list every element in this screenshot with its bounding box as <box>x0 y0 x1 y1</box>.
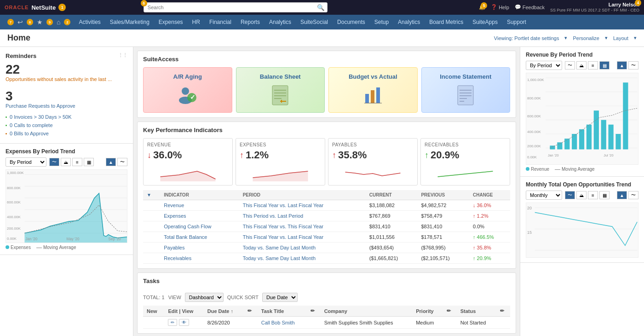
suite-card-ar-aging[interactable]: A/R Aging ✓ <box>143 67 232 113</box>
revenue-table-btn[interactable]: ≡ <box>588 61 598 70</box>
notifications-area: 5 🔔 <box>479 4 485 10</box>
line-chart-btn[interactable]: 〜 <box>49 158 59 166</box>
opportunities-period-select[interactable]: Monthly <box>526 191 562 200</box>
suite-card-balance-sheet[interactable]: Balance Sheet <box>236 67 325 113</box>
search-input[interactable] <box>144 2 328 12</box>
layout-button[interactable]: Layout <box>613 35 628 41</box>
opp-line-btn[interactable]: 〜 <box>565 191 575 199</box>
nav-hr[interactable]: HR <box>188 15 205 29</box>
reminder-link-invoices[interactable]: 0 Invoices > 30 Days > 50K <box>6 113 127 121</box>
operating-cash-link[interactable]: Operating Cash Flow <box>164 224 211 229</box>
expenses-period-link[interactable]: This Period vs. Last Period <box>243 213 303 219</box>
opp-bar-btn[interactable]: ▦ <box>599 191 610 199</box>
revenue-mountain-btn[interactable]: ⛰ <box>576 61 586 70</box>
payables-indicator-link[interactable]: Payables <box>164 245 184 250</box>
kpi-cards: REVENUE ↓ 36.0% EXPENSES <box>143 138 510 185</box>
nav-setup[interactable]: Setup <box>370 15 393 29</box>
nav-activities[interactable]: Activities <box>74 15 105 29</box>
personalize-button[interactable]: Personalize <box>573 35 599 41</box>
revenue-period-select[interactable]: By Period <box>526 61 562 70</box>
suite-card-income-statement[interactable]: Income Statement <box>421 67 511 113</box>
nav-documents[interactable]: Documents <box>333 15 370 29</box>
help-button[interactable]: ❓ Help <box>491 4 509 10</box>
bank-balance-period-link[interactable]: This Fiscal Year vs. Last Fiscal Year <box>243 234 323 240</box>
main-layout: Reminders ⋮⋮ 22 Opportunities without sa… <box>0 47 644 336</box>
kpi-th-current: CURRENT <box>366 190 418 200</box>
line-chart-btn-2[interactable]: 〜 <box>117 158 127 166</box>
nav-suitesocial[interactable]: SuiteSocial <box>296 15 333 29</box>
revenue-chart-area: 1,000.00K 800.00K 600.00K 400.00K 200.00… <box>526 73 638 165</box>
reminder-link-calls[interactable]: 0 Calls to complete <box>6 121 127 129</box>
kpi-th-period: PERIOD <box>239 190 366 200</box>
opportunities-chart-controls: Monthly 〜 ⛰ ≡ ▦ ▲ 〜 <box>526 191 638 200</box>
nav-reports[interactable]: Reports <box>236 15 264 29</box>
operating-cash-period-link[interactable]: This Fiscal Year vs. This Fiscal Year <box>243 224 323 229</box>
revenue-line2-btn[interactable]: 〜 <box>628 61 638 70</box>
drag-handle[interactable]: ⋮⋮ <box>118 52 127 59</box>
ar-aging-title: A/R Aging <box>173 73 202 80</box>
revenue-line-btn[interactable]: 〜 <box>565 61 575 70</box>
feedback-button[interactable]: 💬 Feedback <box>515 4 545 10</box>
nav-analytics-1[interactable]: Analytics <box>264 15 296 29</box>
tasks-view-select[interactable]: Dashboard <box>185 293 224 302</box>
search-button[interactable]: 🔍 <box>317 4 325 11</box>
nav-sales-marketing[interactable]: Sales/Marketing <box>105 15 154 29</box>
kpi-th-indicator: INDICATOR <box>160 190 239 200</box>
tasks-sort-select[interactable]: Due Date <box>262 293 298 302</box>
task-edit-btn[interactable]: ✏ <box>168 319 177 326</box>
svg-rect-48 <box>615 134 621 150</box>
revenue-bar-btn[interactable]: ▦ <box>599 61 610 70</box>
revenue-previous: $4,982,572 <box>417 200 469 211</box>
nav-board-metrics[interactable]: Board Metrics <box>425 15 468 29</box>
nav-financial[interactable]: Financial <box>205 15 236 29</box>
badge-9: 9 <box>46 19 53 25</box>
mountain-chart-btn[interactable]: ⛰ <box>61 158 71 166</box>
revenue-indicator-link[interactable]: Revenue <box>164 203 184 208</box>
receivables-period-link[interactable]: Today vs. Same Day Last Month <box>243 255 316 261</box>
reminder-link-bills[interactable]: 0 Bills to Approve <box>6 129 127 138</box>
opp-line2-btn[interactable]: 〜 <box>628 191 638 199</box>
bank-balance-change: ↑ 466.5% <box>469 232 510 243</box>
opp-table-btn[interactable]: ≡ <box>588 191 598 199</box>
badge-7: 7 <box>7 19 14 25</box>
revenue-area-btn[interactable]: ▲ <box>617 61 627 70</box>
opp-area2-btn[interactable]: ▲ <box>617 191 627 199</box>
header-controls: Viewing: Portlet date settings ▾ Persona… <box>494 35 637 41</box>
revenue-sparkline <box>147 163 229 181</box>
bar-chart-btn[interactable]: ▦ <box>84 158 94 166</box>
task-title-link[interactable]: Call Bob Smith <box>261 320 295 325</box>
rev-y-1000: 1,000.00K <box>527 78 544 82</box>
nav-expenses[interactable]: Expenses <box>154 15 188 29</box>
layout-chevron-icon: ▾ <box>634 35 637 41</box>
task-new-cell <box>143 317 164 329</box>
bank-balance-link[interactable]: Total Bank Balance <box>164 234 207 240</box>
payables-change: ↑ 35.8% <box>469 243 510 253</box>
revenue-period-link[interactable]: This Fiscal Year vs. Last Fiscal Year <box>243 203 323 208</box>
revenue-current: $3,188,082 <box>366 200 418 211</box>
expenses-chart-legend: Expenses Moving Average <box>6 245 127 250</box>
receivables-indicator-link[interactable]: Receivables <box>164 255 191 261</box>
oracle-logo: ORACLE <box>5 5 29 10</box>
opp-mountain-btn[interactable]: ⛰ <box>576 191 586 199</box>
svg-marker-32 <box>253 171 308 181</box>
area-chart-btn-2[interactable]: ▲ <box>106 158 116 166</box>
reminder-link-1[interactable]: Opportunities without sales activity in … <box>6 76 112 82</box>
filter-icon[interactable]: ▼ <box>147 192 151 197</box>
suite-card-budget-actual[interactable]: Budget vs Actual <box>328 67 418 113</box>
nav-support[interactable]: Support <box>502 15 531 29</box>
favorites-button[interactable]: ★ <box>35 17 45 27</box>
nav-analytics-2[interactable]: Analytics <box>393 15 425 29</box>
home-button[interactable]: ⌂ <box>55 17 62 27</box>
table-chart-btn[interactable]: ≡ <box>72 158 82 166</box>
viewing-portlet-button[interactable]: Viewing: Portlet date settings <box>494 35 559 41</box>
nav-suiteapps[interactable]: SuiteApps <box>468 15 502 29</box>
task-view-btn[interactable]: 👁 <box>179 319 189 326</box>
expenses-period-select[interactable]: By Period <box>6 157 46 167</box>
kpi-section: Key Performance Indicators REVENUE ↓ 36.… <box>137 122 516 269</box>
reminder-link-2[interactable]: Purchase Requests to Approve <box>6 103 75 109</box>
payables-period-link[interactable]: Today vs. Same Day Last Month <box>243 245 316 250</box>
back-button[interactable]: ↩ <box>16 17 25 27</box>
reminder-count-2: 3 <box>6 90 127 103</box>
revenue-arrow: ↓ <box>147 151 151 160</box>
expenses-indicator-link[interactable]: Expenses <box>164 213 186 219</box>
